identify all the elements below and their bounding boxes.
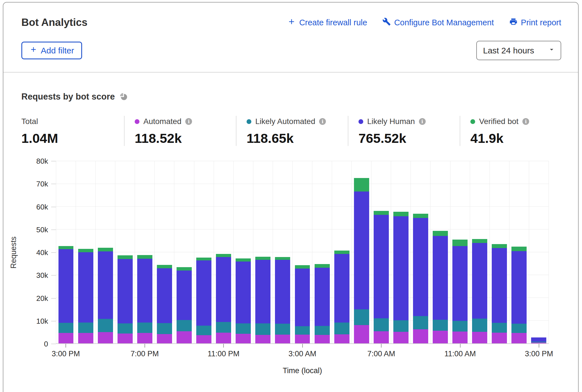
bar-segment (413, 329, 428, 343)
add-filter-button[interactable]: Add filter (21, 42, 82, 59)
bar-segment (216, 254, 231, 257)
bar-segment (255, 257, 270, 260)
bar-segment (98, 251, 113, 319)
bar-slot (154, 161, 174, 343)
stacked-bar (255, 257, 270, 343)
bar-segment (413, 218, 428, 316)
y-tick-label: 30k (36, 271, 48, 280)
stacked-bar (354, 178, 369, 343)
page-title: Bot Analytics (21, 17, 87, 28)
stat-automated-label: Automated (143, 117, 181, 126)
bar-segment (393, 320, 409, 332)
bar-segment (196, 335, 211, 343)
bar-segment (334, 323, 349, 334)
stacked-bar (98, 248, 113, 343)
bar-segment (492, 248, 507, 323)
bar-segment (511, 247, 527, 251)
bar-segment (177, 320, 192, 331)
bar-segment (472, 243, 487, 319)
stat-likely-automated-value: 118.65k (247, 130, 348, 146)
x-slot: 11:00 AM (450, 344, 470, 366)
bar-segment (255, 260, 270, 324)
configure-bot-management-link[interactable]: Configure Bot Management (382, 17, 494, 28)
x-slot (174, 344, 194, 366)
x-slot: 11:00 PM (214, 344, 233, 366)
info-icon[interactable]: i (419, 118, 426, 125)
x-slot (312, 344, 332, 366)
bar-segment (98, 319, 113, 332)
bar-segment (157, 334, 172, 343)
stacked-bar (413, 214, 428, 343)
section-title: Requests by bot score (21, 92, 115, 102)
stat-verified-bot-label: Verified bot (479, 117, 518, 126)
bar-segment (472, 319, 487, 332)
x-axis-title: Time (local) (56, 366, 549, 375)
bar-segment (295, 335, 310, 343)
section-title-row: Requests by bot score (3, 73, 578, 102)
x-tick-mark (66, 344, 66, 348)
bar-segment (492, 244, 507, 248)
bar-slot (371, 161, 391, 343)
info-icon[interactable]: i (522, 118, 529, 125)
bar-segment (157, 323, 172, 334)
filter-row: Add filter Last 24 hours (3, 28, 578, 60)
stacked-bar (275, 257, 290, 343)
stacked-bar (216, 254, 231, 343)
stacked-bar (295, 265, 310, 343)
bar-segment (511, 333, 527, 343)
bar-segment (393, 212, 409, 216)
stacked-bar (472, 239, 487, 343)
bar-segment (433, 231, 448, 236)
requests-chart: Requests 010k20k30k40k50k60k70k80k 3:00 … (3, 161, 578, 375)
bar-segment (433, 236, 448, 319)
bar-slot (135, 161, 154, 343)
bar-slot (489, 161, 509, 343)
likely-automated-dot (247, 119, 251, 124)
x-slot (233, 344, 253, 366)
automated-dot (135, 119, 139, 124)
stacked-bar (157, 265, 172, 343)
y-tick-mark (51, 275, 56, 276)
bar-segment (315, 335, 330, 343)
y-tick-label: 0 (44, 340, 48, 348)
create-firewall-rule-link[interactable]: Create firewall rule (287, 17, 367, 28)
y-tick-mark (51, 321, 56, 321)
bar-segment (137, 323, 152, 333)
y-tick-mark (51, 161, 56, 161)
y-tick-label: 60k (36, 202, 48, 211)
bar-slot (233, 161, 253, 343)
stacked-bar (78, 249, 93, 343)
bar-segment (157, 265, 172, 268)
bar-slot (214, 161, 233, 343)
bar-segment (98, 248, 113, 251)
bar-segment (315, 326, 330, 335)
info-icon[interactable]: i (319, 118, 326, 125)
bar-slot (332, 161, 351, 343)
x-tick-mark (460, 344, 461, 348)
y-tick-label: 20k (36, 294, 48, 303)
x-slot (253, 344, 273, 366)
bar-segment (452, 240, 468, 246)
x-slot: 3:00 AM (293, 344, 312, 366)
stat-total-value: 1.04M (21, 130, 124, 146)
time-range-select[interactable]: Last 24 hours (476, 41, 561, 60)
stacked-bar (58, 246, 74, 343)
x-slot: 7:00 AM (371, 344, 391, 366)
bar-slot (76, 161, 95, 343)
stat-likely-automated-label: Likely Automated (255, 117, 315, 126)
x-tick-mark (302, 344, 303, 348)
stat-automated-value: 118.52k (135, 130, 236, 146)
bar-segment (452, 332, 468, 343)
card-header: Bot Analytics Create firewall rule Confi… (3, 3, 578, 28)
print-report-link[interactable]: Print report (509, 17, 561, 28)
info-icon[interactable]: i (185, 118, 192, 125)
stacked-bar (531, 337, 546, 343)
bar-segment (472, 239, 487, 243)
bar-segment (177, 271, 192, 320)
x-tick-mark (223, 344, 224, 348)
bar-segment (374, 215, 389, 318)
bar-slot (509, 161, 529, 343)
bar-slot (174, 161, 194, 343)
bar-segment (433, 320, 448, 331)
x-slot: 7:00 PM (135, 344, 155, 366)
